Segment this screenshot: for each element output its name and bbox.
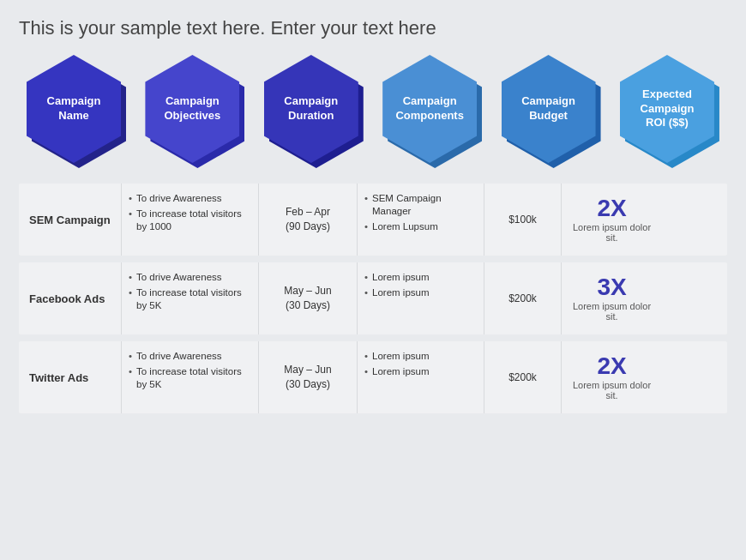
cell-roi: 2XLorem ipsum dolor sit. xyxy=(562,341,662,413)
roi-subtitle: Lorem ipsum dolor sit. xyxy=(569,222,655,243)
component-item: Lorem ipsum xyxy=(364,286,430,299)
component-item: Lorem ipsum xyxy=(364,350,430,363)
cell-components: Lorem ipsumLorem ipsum xyxy=(358,262,484,334)
cell-duration: May – Jun(30 Days) xyxy=(259,341,358,413)
component-item: Lorem ipsum xyxy=(364,271,430,284)
cell-components: SEM Campaign ManagerLorem Lupsum xyxy=(358,184,484,256)
cell-objectives: To drive AwarenessTo increase total visi… xyxy=(122,341,259,413)
cell-budget: $100k xyxy=(484,184,562,256)
roi-subtitle: Lorem ipsum dolor sit. xyxy=(569,301,655,322)
cell-campaign-name: Twitter Ads xyxy=(19,341,122,413)
cell-duration: May – Jun(30 Days) xyxy=(259,262,358,334)
page: This is your sample text here. Enter you… xyxy=(0,0,746,560)
hex-header-roi: ExpectedCampaignROI ($$) xyxy=(614,55,725,168)
roi-value: 3X xyxy=(597,275,626,299)
hex-label-duration: CampaignDuration xyxy=(284,94,338,123)
table-row: Facebook AdsTo drive AwarenessTo increas… xyxy=(19,262,727,334)
roi-subtitle: Lorem ipsum dolor sit. xyxy=(569,380,655,400)
roi-value: 2X xyxy=(597,196,626,220)
page-title: This is your sample text here. Enter you… xyxy=(19,17,727,39)
cell-budget: $200k xyxy=(484,341,562,413)
objective-item: To increase total visitors by 5K xyxy=(129,286,251,312)
component-item: Lorem Lupsum xyxy=(364,220,438,233)
hex-label-objectives: CampaignObjectives xyxy=(165,94,221,123)
duration-text: May – Jun(30 Days) xyxy=(284,284,331,313)
objective-item: To drive Awareness xyxy=(129,271,222,284)
hex-label-name: CampaignName xyxy=(47,94,101,123)
cell-roi: 2XLorem ipsum dolor sit. xyxy=(562,184,662,256)
objective-item: To drive Awareness xyxy=(129,192,222,205)
cell-duration: Feb – Apr(90 Days) xyxy=(259,184,358,256)
component-item: Lorem ipsum xyxy=(364,365,430,378)
cell-campaign-name: Facebook Ads xyxy=(19,262,122,334)
hex-label-components: CampaignComponents xyxy=(395,94,463,123)
objective-item: To increase total visitors by 5K xyxy=(129,365,251,391)
objective-item: To increase total visitors by 1000 xyxy=(129,208,251,233)
duration-text: Feb – Apr(90 Days) xyxy=(286,205,330,234)
cell-components: Lorem ipsumLorem ipsum xyxy=(358,341,484,413)
hex-label-budget: CampaignBudget xyxy=(521,94,575,123)
hex-header-name: CampaignName xyxy=(21,55,132,168)
cell-objectives: To drive AwarenessTo increase total visi… xyxy=(122,184,259,256)
hex-label-roi: ExpectedCampaignROI ($$) xyxy=(641,87,695,131)
objective-item: To drive Awareness xyxy=(129,350,222,363)
component-item: SEM Campaign Manager xyxy=(364,192,477,218)
duration-text: May – Jun(30 Days) xyxy=(284,363,331,392)
table-row: Twitter AdsTo drive AwarenessTo increase… xyxy=(19,341,727,413)
cell-budget: $200k xyxy=(484,262,562,334)
header-row: CampaignNameCampaignObjectivesCampaignDu… xyxy=(19,55,727,168)
cell-roi: 3XLorem ipsum dolor sit. xyxy=(562,262,662,334)
cell-objectives: To drive AwarenessTo increase total visi… xyxy=(122,262,259,334)
cell-campaign-name: SEM Campaign xyxy=(19,184,122,256)
roi-value: 2X xyxy=(597,354,626,378)
hex-header-objectives: CampaignObjectives xyxy=(139,55,250,168)
table-body: SEM CampaignTo drive AwarenessTo increas… xyxy=(19,184,727,413)
hex-header-components: CampaignComponents xyxy=(376,55,488,168)
table-row: SEM CampaignTo drive AwarenessTo increas… xyxy=(19,184,727,256)
hex-header-duration: CampaignDuration xyxy=(258,55,370,168)
hex-header-budget: CampaignBudget xyxy=(496,55,607,168)
